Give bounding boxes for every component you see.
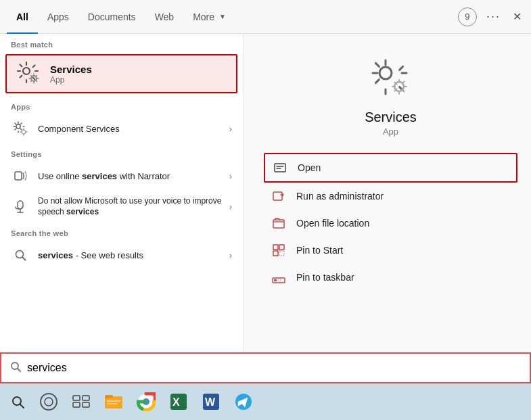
svg-point-10 bbox=[379, 67, 392, 79]
component-services-icon bbox=[11, 119, 30, 138]
settings-label: Settings bbox=[0, 143, 243, 161]
svg-point-26 bbox=[45, 398, 53, 406]
taskview-icon bbox=[72, 395, 90, 409]
telegram-icon bbox=[234, 392, 253, 411]
narrator-label: Use online services with Narrator bbox=[38, 171, 229, 181]
chevron-right-icon4: › bbox=[229, 250, 232, 260]
search-web-icon bbox=[11, 246, 30, 264]
explorer-icon bbox=[103, 392, 124, 411]
pin-taskbar-icon bbox=[271, 269, 287, 285]
component-services-item[interactable]: Component Services › bbox=[0, 114, 243, 143]
pin-taskbar-action[interactable]: Pin to taskbar bbox=[264, 264, 517, 291]
taskbar-taskview-button[interactable] bbox=[66, 387, 96, 417]
file-location-label: Open file location bbox=[296, 218, 369, 229]
chevron-right-icon2: › bbox=[229, 171, 232, 181]
svg-point-3 bbox=[22, 130, 26, 134]
run-admin-icon bbox=[271, 188, 287, 204]
pin-start-action[interactable]: Pin to Start bbox=[264, 237, 517, 264]
svg-rect-34 bbox=[107, 403, 117, 404]
best-match-item[interactable]: Services App bbox=[5, 54, 237, 93]
web-search-item[interactable]: services - See web results › bbox=[0, 240, 243, 270]
chevron-right-icon3: › bbox=[229, 202, 232, 212]
svg-text:W: W bbox=[205, 396, 216, 408]
tab-more[interactable]: More ▼ bbox=[183, 0, 235, 34]
chrome-icon bbox=[137, 392, 156, 411]
tab-documents[interactable]: Documents bbox=[78, 0, 145, 34]
search-bar-icon bbox=[9, 360, 22, 375]
tab-web[interactable]: Web bbox=[145, 0, 184, 34]
right-panel: Services App Open bbox=[244, 34, 531, 379]
svg-line-9 bbox=[23, 258, 26, 260]
svg-rect-17 bbox=[273, 251, 278, 256]
file-location-action[interactable]: Open file location bbox=[264, 210, 517, 237]
component-services-label: Component Services bbox=[38, 124, 229, 134]
best-match-label: Best match bbox=[0, 34, 243, 51]
svg-rect-29 bbox=[73, 402, 80, 407]
svg-rect-30 bbox=[83, 402, 89, 407]
svg-rect-33 bbox=[107, 400, 120, 402]
svg-rect-4 bbox=[15, 172, 22, 180]
taskbar: X W bbox=[0, 383, 531, 420]
run-admin-label: Run as administrator bbox=[296, 191, 384, 202]
tab-all[interactable]: All bbox=[7, 0, 38, 34]
word-icon: W bbox=[202, 392, 221, 411]
close-button[interactable]: ✕ bbox=[510, 10, 524, 23]
taskbar-chrome-button[interactable] bbox=[131, 387, 161, 417]
left-panel: Best match Services App Apps bbox=[0, 34, 244, 379]
cortana-icon bbox=[40, 393, 57, 411]
services-large-icon bbox=[367, 54, 415, 103]
pin-start-label: Pin to Start bbox=[296, 245, 343, 256]
svg-rect-13 bbox=[273, 192, 282, 200]
svg-point-0 bbox=[23, 68, 30, 74]
speech-services-item[interactable]: Do not allow Microsoft to use your voice… bbox=[0, 191, 243, 223]
svg-point-24 bbox=[13, 397, 21, 405]
taskbar-explorer-button[interactable] bbox=[99, 387, 129, 417]
main-content: Best match Services App Apps bbox=[0, 34, 531, 379]
open-icon bbox=[272, 160, 288, 176]
search-bar bbox=[0, 352, 531, 383]
tab-apps[interactable]: Apps bbox=[38, 0, 78, 34]
speech-label: Do not allow Microsoft to use your voice… bbox=[38, 196, 229, 217]
pin-start-icon bbox=[271, 242, 287, 258]
narrator-services-item[interactable]: Use online services with Narrator › bbox=[0, 161, 243, 191]
tab-bar-right: 9 ··· ✕ bbox=[458, 7, 524, 26]
svg-rect-28 bbox=[83, 396, 89, 400]
svg-line-23 bbox=[18, 369, 20, 371]
badge-count[interactable]: 9 bbox=[458, 7, 477, 26]
svg-rect-14 bbox=[273, 220, 284, 228]
svg-rect-18 bbox=[279, 251, 284, 256]
taskbar-search-icon[interactable] bbox=[4, 388, 31, 415]
svg-text:X: X bbox=[172, 396, 180, 408]
excel-icon: X bbox=[169, 392, 188, 411]
chevron-right-icon: › bbox=[229, 124, 232, 134]
app-header: Services App bbox=[264, 54, 517, 137]
svg-rect-12 bbox=[275, 164, 285, 172]
more-options-button[interactable]: ··· bbox=[482, 9, 505, 24]
services-icon bbox=[16, 61, 42, 87]
taskbar-cortana-button[interactable] bbox=[34, 387, 64, 417]
run-admin-action[interactable]: Run as administrator bbox=[264, 183, 517, 210]
right-actions: Open Run as administrator bbox=[264, 153, 517, 291]
svg-rect-32 bbox=[105, 395, 113, 398]
right-app-sub: App bbox=[383, 126, 398, 137]
taskbar-telegram-button[interactable] bbox=[229, 387, 258, 417]
right-app-title: Services bbox=[365, 110, 417, 125]
svg-line-25 bbox=[20, 404, 24, 408]
search-input[interactable] bbox=[27, 362, 522, 374]
chevron-down-icon: ▼ bbox=[219, 13, 226, 20]
taskbar-excel-button[interactable]: X bbox=[164, 387, 193, 417]
open-label: Open bbox=[298, 162, 321, 173]
file-location-icon bbox=[271, 215, 287, 231]
apps-label: Apps bbox=[0, 96, 243, 114]
pin-taskbar-label: Pin to taskbar bbox=[296, 272, 354, 283]
open-action[interactable]: Open bbox=[264, 153, 517, 183]
taskbar-word-button[interactable]: W bbox=[196, 387, 226, 417]
svg-point-2 bbox=[16, 124, 20, 129]
svg-point-8 bbox=[16, 251, 24, 258]
svg-rect-21 bbox=[278, 279, 281, 281]
svg-rect-27 bbox=[73, 396, 80, 400]
tab-bar: All Apps Documents Web More ▼ 9 ··· ✕ bbox=[0, 0, 531, 34]
speech-icon bbox=[11, 197, 30, 216]
best-match-text: Services App bbox=[50, 64, 92, 85]
svg-rect-16 bbox=[279, 245, 284, 250]
